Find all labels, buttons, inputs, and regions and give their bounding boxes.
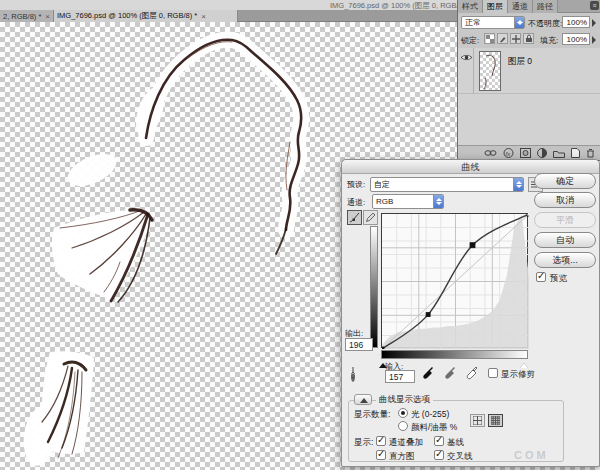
- ok-button[interactable]: 确定: [534, 173, 596, 189]
- close-tab-icon[interactable]: ×: [201, 12, 206, 21]
- panel-tab-channels[interactable]: 通道: [508, 0, 533, 13]
- pencil-tool-icon[interactable]: [363, 210, 378, 225]
- gray-point-eyedropper-icon[interactable]: [444, 366, 456, 380]
- disclosure-triangle-icon[interactable]: [354, 394, 372, 405]
- layers-panel: 样式 图层 通道 路径 ≡ 正常 不透明度: 100% 锁定:: [457, 0, 600, 161]
- opacity-label: 不透明度:: [528, 18, 562, 29]
- fill-value[interactable]: 100%: [562, 33, 590, 45]
- channel-label: 通道:: [347, 197, 365, 208]
- document-tab-label: IMG_7696.psd @ 100% (图层 0, RGB/8) *: [57, 11, 197, 21]
- layers-panel-toolbar: fx: [458, 145, 600, 160]
- input-gradient-bar: [381, 350, 528, 359]
- amount-light-radio[interactable]: [398, 408, 408, 418]
- histogram-label: 直方图: [389, 451, 415, 463]
- photoshop-window: IMG_7696.psd @ 100% (图层 0, RGB/8) * 2, R…: [0, 0, 600, 470]
- lock-label: 锁定:: [461, 35, 479, 46]
- amount-pigment-radio[interactable]: [398, 421, 408, 431]
- adjustment-layer-icon[interactable]: [537, 148, 547, 158]
- layer-thumbnail[interactable]: [479, 51, 501, 91]
- curve-grid[interactable]: [381, 213, 528, 348]
- baseline-label: 基线: [447, 437, 464, 449]
- curves-dialog: 曲线 预设: 自定 确定 取消 平滑 自动 选项... 预览 通道: RGB: [341, 159, 600, 467]
- preview-checkbox[interactable]: [536, 272, 546, 282]
- white-point-eyedropper-icon[interactable]: [466, 366, 478, 380]
- output-gradient-bar: [370, 226, 378, 348]
- preview-label: 预览: [550, 273, 567, 285]
- amount-light-label: 光 (0-255): [411, 409, 449, 421]
- panel-tab-layers[interactable]: 图层: [483, 0, 508, 13]
- svg-text:fx: fx: [506, 151, 512, 157]
- panel-tab-paths[interactable]: 路径: [533, 0, 558, 13]
- options-button[interactable]: 选项...: [534, 252, 596, 268]
- display-options-label: 曲线显示选项: [376, 394, 433, 406]
- new-layer-icon[interactable]: [571, 148, 580, 158]
- highlight-input-slider-icon[interactable]: [520, 359, 528, 368]
- channel-overlays-label: 通道叠加: [389, 437, 423, 449]
- curve-point-tool-icon[interactable]: [347, 210, 362, 225]
- show-clipping-checkbox[interactable]: [488, 368, 498, 378]
- new-group-icon[interactable]: [553, 149, 565, 158]
- visibility-cell[interactable]: [458, 48, 474, 94]
- show-clipping-label: 显示修剪: [501, 369, 535, 381]
- auto-button[interactable]: 自动: [534, 232, 596, 248]
- opacity-value[interactable]: 100%: [562, 16, 590, 28]
- show-amount-label: 显示数量:: [354, 409, 390, 421]
- fill-label: 填充:: [540, 35, 558, 46]
- document-tab-active[interactable]: IMG_7696.psd @ 100% (图层 0, RGB/8) * ×: [54, 10, 238, 22]
- layer-name[interactable]: 图层 0: [508, 56, 532, 68]
- document-tab-partial[interactable]: 2, RGB/8) * ×: [0, 10, 54, 22]
- blend-mode-select[interactable]: 正常: [461, 16, 525, 29]
- document-tab-label: 2, RGB/8) *: [3, 12, 41, 21]
- layer-mask-icon[interactable]: [520, 148, 531, 158]
- panel-menu-icon[interactable]: ≡: [590, 1, 599, 10]
- channel-value: RGB: [376, 197, 433, 206]
- detailed-grid-icon[interactable]: [488, 414, 503, 427]
- watermark-text: COM: [514, 449, 549, 461]
- opacity-slider-icon[interactable]: [592, 19, 600, 27]
- channel-overlays-checkbox[interactable]: [376, 436, 386, 446]
- dialog-title[interactable]: 曲线: [342, 160, 599, 174]
- close-tab-icon[interactable]: ×: [45, 12, 50, 21]
- amount-pigment-label: 颜料/油墨 %: [411, 422, 457, 434]
- smooth-button: 平滑: [534, 212, 596, 228]
- preset-select[interactable]: 自定: [370, 177, 524, 192]
- cancel-button[interactable]: 取消: [534, 192, 596, 208]
- lock-paint-icon[interactable]: [497, 33, 508, 44]
- black-point-eyedropper-icon[interactable]: [422, 366, 434, 380]
- layer-style-fx-icon[interactable]: fx: [503, 148, 514, 158]
- stepper-icon[interactable]: [433, 195, 443, 208]
- input-value[interactable]: 157: [385, 370, 415, 383]
- simple-grid-icon[interactable]: [470, 414, 485, 427]
- histogram-checkbox[interactable]: [376, 450, 386, 460]
- stepper-icon[interactable]: [514, 17, 524, 28]
- link-layers-icon[interactable]: [484, 149, 497, 157]
- output-value[interactable]: 196: [345, 338, 373, 351]
- channel-select[interactable]: RGB: [372, 194, 444, 209]
- intersection-checkbox[interactable]: [434, 450, 444, 460]
- blend-mode-value: 正常: [465, 17, 514, 28]
- delete-layer-icon[interactable]: [586, 148, 595, 158]
- preset-value: 自定: [374, 179, 513, 190]
- show-label: 显示:: [354, 437, 373, 449]
- panel-tab-styles[interactable]: 样式: [458, 0, 483, 13]
- layers-list: 图层 0: [458, 48, 600, 146]
- fill-slider-icon[interactable]: [592, 36, 600, 44]
- preset-label: 预设:: [347, 179, 365, 190]
- lock-all-icon[interactable]: [523, 33, 534, 44]
- panel-tab-bar: 样式 图层 通道 路径: [458, 0, 600, 13]
- lock-position-icon[interactable]: [510, 33, 521, 44]
- targeted-adjustment-icon[interactable]: [347, 366, 362, 382]
- intersection-label: 交叉线: [447, 451, 473, 463]
- layer-row[interactable]: 图层 0: [458, 48, 600, 94]
- baseline-checkbox[interactable]: [434, 436, 444, 446]
- eye-icon[interactable]: [460, 53, 473, 62]
- lock-transparency-icon[interactable]: [484, 33, 495, 44]
- stepper-icon[interactable]: [513, 178, 523, 191]
